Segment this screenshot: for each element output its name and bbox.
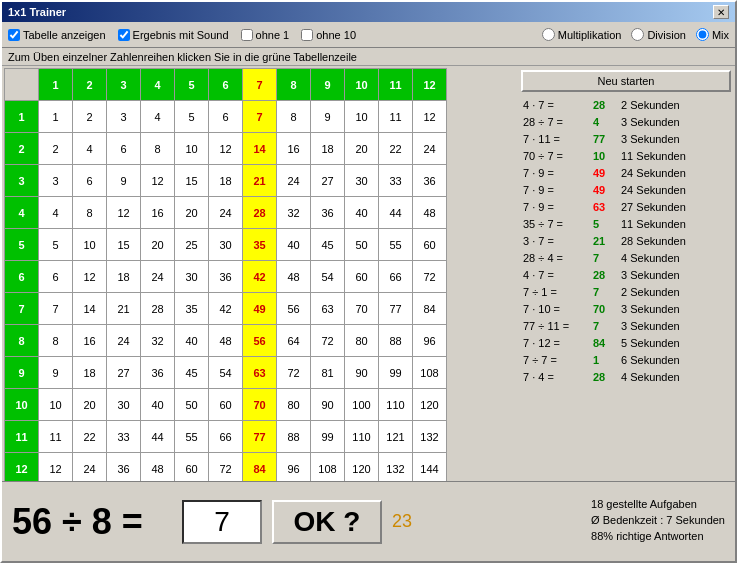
row-header-3[interactable]: 3 xyxy=(5,165,39,197)
tabelle-checkbox[interactable] xyxy=(8,29,20,41)
cell-8-5: 40 xyxy=(175,325,209,357)
table-row[interactable]: 771421283542495663707784 xyxy=(5,293,447,325)
cell-8-1: 8 xyxy=(39,325,73,357)
cell-3-8: 24 xyxy=(277,165,311,197)
history-answer: 70 xyxy=(593,303,621,315)
answer-input[interactable] xyxy=(182,500,262,544)
mode-radio-group: Multiplikation Division Mix xyxy=(542,28,729,41)
multiplikation-radio-label[interactable]: Multiplikation xyxy=(542,28,622,41)
table-row[interactable]: 1123456789101112 xyxy=(5,101,447,133)
cell-2-12: 24 xyxy=(413,133,447,165)
table-row[interactable]: 11112233445566778899110121132 xyxy=(5,421,447,453)
row-header-10[interactable]: 10 xyxy=(5,389,39,421)
multiplication-table[interactable]: 1234567891011121123456789101112224681012… xyxy=(4,68,447,481)
table-row[interactable]: 10102030405060708090100110120 xyxy=(5,389,447,421)
history-equation: 3 · 7 = xyxy=(523,235,593,247)
history-answer: 84 xyxy=(593,337,621,349)
tabelle-checkbox-label[interactable]: Tabelle anzeigen xyxy=(8,29,106,41)
ohne1-checkbox-label[interactable]: ohne 1 xyxy=(241,29,290,41)
history-equation: 28 ÷ 7 = xyxy=(523,116,593,128)
col-header-8[interactable]: 8 xyxy=(277,69,311,101)
division-radio-label[interactable]: Division xyxy=(631,28,686,41)
cell-11-6: 66 xyxy=(209,421,243,453)
cell-8-4: 32 xyxy=(141,325,175,357)
cell-10-11: 110 xyxy=(379,389,413,421)
stats-panel: 18 gestellte Aufgaben Ø Bedenkzeit : 7 S… xyxy=(591,498,725,546)
cell-1-4: 4 xyxy=(141,101,175,133)
ohne10-checkbox-label[interactable]: ohne 10 xyxy=(301,29,356,41)
mix-radio-label[interactable]: Mix xyxy=(696,28,729,41)
cell-12-5: 60 xyxy=(175,453,209,482)
cell-6-5: 30 xyxy=(175,261,209,293)
col-header-6[interactable]: 6 xyxy=(209,69,243,101)
cell-7-7: 49 xyxy=(243,293,277,325)
row-header-4[interactable]: 4 xyxy=(5,197,39,229)
cell-2-6: 12 xyxy=(209,133,243,165)
cell-5-4: 20 xyxy=(141,229,175,261)
row-header-6[interactable]: 6 xyxy=(5,261,39,293)
col-header-10[interactable]: 10 xyxy=(345,69,379,101)
row-header-7[interactable]: 7 xyxy=(5,293,39,325)
row-header-12[interactable]: 12 xyxy=(5,453,39,482)
cell-5-8: 40 xyxy=(277,229,311,261)
corner-cell xyxy=(5,69,39,101)
multiplikation-radio[interactable] xyxy=(542,28,555,41)
col-header-4[interactable]: 4 xyxy=(141,69,175,101)
table-row[interactable]: 3369121518212427303336 xyxy=(5,165,447,197)
history-equation: 7 · 4 = xyxy=(523,371,593,383)
col-header-2[interactable]: 2 xyxy=(73,69,107,101)
col-header-3[interactable]: 3 xyxy=(107,69,141,101)
cell-6-3: 18 xyxy=(107,261,141,293)
row-header-5[interactable]: 5 xyxy=(5,229,39,261)
neu-starten-button[interactable]: Neu starten xyxy=(521,70,731,92)
col-header-11[interactable]: 11 xyxy=(379,69,413,101)
cell-7-6: 42 xyxy=(209,293,243,325)
table-row[interactable]: 661218243036424854606672 xyxy=(5,261,447,293)
history-item-15: 7 ÷ 7 =16 Sekunden xyxy=(521,351,731,368)
col-header-12[interactable]: 12 xyxy=(413,69,447,101)
history-item-14: 7 · 12 =845 Sekunden xyxy=(521,334,731,351)
table-row[interactable]: 881624324048566472808896 xyxy=(5,325,447,357)
cell-6-8: 48 xyxy=(277,261,311,293)
table-row[interactable]: 9918273645546372819099108 xyxy=(5,357,447,389)
row-header-8[interactable]: 8 xyxy=(5,325,39,357)
table-row[interactable]: 44812162024283236404448 xyxy=(5,197,447,229)
row-header-11[interactable]: 11 xyxy=(5,421,39,453)
ok-button[interactable]: OK ? xyxy=(272,500,382,544)
cell-6-6: 36 xyxy=(209,261,243,293)
mix-radio[interactable] xyxy=(696,28,709,41)
table-row[interactable]: 551015202530354045505560 xyxy=(5,229,447,261)
history-equation: 7 · 9 = xyxy=(523,201,593,213)
cell-7-9: 63 xyxy=(311,293,345,325)
history-item-3: 70 ÷ 7 =1011 Sekunden xyxy=(521,147,731,164)
table-row[interactable]: 224681012141618202224 xyxy=(5,133,447,165)
cell-10-4: 40 xyxy=(141,389,175,421)
row-header-2[interactable]: 2 xyxy=(5,133,39,165)
cell-6-4: 24 xyxy=(141,261,175,293)
ohne10-checkbox[interactable] xyxy=(301,29,313,41)
row-header-9[interactable]: 9 xyxy=(5,357,39,389)
row-header-1[interactable]: 1 xyxy=(5,101,39,133)
cell-11-3: 33 xyxy=(107,421,141,453)
history-answer: 28 xyxy=(593,371,621,383)
history-answer: 77 xyxy=(593,133,621,145)
col-header-5[interactable]: 5 xyxy=(175,69,209,101)
division-radio[interactable] xyxy=(631,28,644,41)
table-row[interactable]: 121224364860728496108120132144 xyxy=(5,453,447,482)
ergebnis-checkbox[interactable] xyxy=(118,29,130,41)
cell-12-10: 120 xyxy=(345,453,379,482)
cell-5-5: 25 xyxy=(175,229,209,261)
cell-3-2: 6 xyxy=(73,165,107,197)
history-item-6: 7 · 9 =6327 Sekunden xyxy=(521,198,731,215)
history-equation: 7 · 9 = xyxy=(523,167,593,179)
ergebnis-checkbox-label[interactable]: Ergebnis mit Sound xyxy=(118,29,229,41)
col-header-9[interactable]: 9 xyxy=(311,69,345,101)
ergebnis-label: Ergebnis mit Sound xyxy=(133,29,229,41)
history-time: 4 Sekunden xyxy=(621,371,680,383)
col-header-1[interactable]: 1 xyxy=(39,69,73,101)
ohne1-checkbox[interactable] xyxy=(241,29,253,41)
close-button[interactable]: ✕ xyxy=(713,5,729,19)
cell-3-9: 27 xyxy=(311,165,345,197)
col-header-7[interactable]: 7 xyxy=(243,69,277,101)
cell-5-3: 15 xyxy=(107,229,141,261)
